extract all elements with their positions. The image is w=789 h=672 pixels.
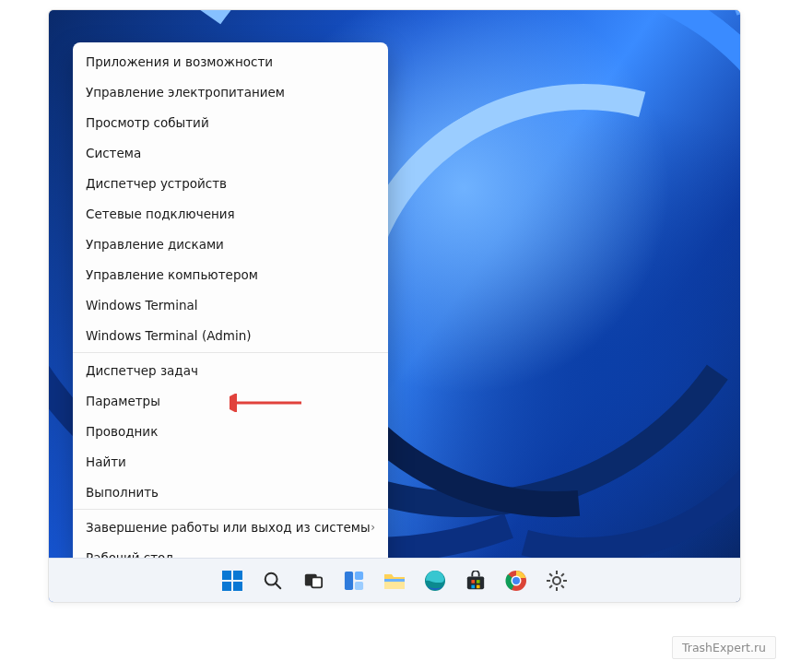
menu-item-disk-management[interactable]: Управление дисками <box>73 229 388 259</box>
taskbar-widgets-button[interactable] <box>337 564 371 597</box>
file-explorer-icon <box>383 571 406 591</box>
taskbar-file-explorer-button[interactable] <box>378 564 411 597</box>
menu-item-event-viewer[interactable]: Просмотр событий <box>73 107 388 137</box>
taskbar-search-button[interactable] <box>256 564 289 597</box>
menu-separator <box>73 509 388 510</box>
menu-item-settings[interactable]: Параметры <box>73 385 388 416</box>
winx-context-menu: Приложения и возможности Управление элек… <box>73 42 388 576</box>
svg-rect-10 <box>355 571 363 579</box>
taskbar-task-view-button[interactable] <box>297 564 330 597</box>
chrome-icon <box>505 570 527 592</box>
svg-rect-8 <box>312 577 322 587</box>
svg-line-30 <box>549 585 552 588</box>
svg-rect-3 <box>222 582 231 591</box>
watermark: TrashExpert.ru <box>672 636 776 659</box>
svg-rect-11 <box>355 581 363 589</box>
menu-item-label: Сетевые подключения <box>86 206 235 221</box>
menu-item-label: Выполнить <box>86 485 159 500</box>
menu-item-apps-features[interactable]: Приложения и возможности <box>73 46 388 77</box>
svg-rect-2 <box>233 571 242 580</box>
svg-line-6 <box>276 584 280 588</box>
menu-item-network-connections[interactable]: Сетевые подключения <box>73 198 388 229</box>
menu-item-computer-management[interactable]: Управление компьютером <box>73 259 388 289</box>
svg-point-23 <box>553 577 560 584</box>
svg-rect-18 <box>471 584 475 588</box>
windows-start-icon <box>222 571 242 591</box>
svg-rect-15 <box>467 576 484 589</box>
menu-item-label: Управление компьютером <box>86 267 258 282</box>
svg-line-28 <box>549 573 552 576</box>
menu-item-label: Windows Terminal (Admin) <box>86 328 251 343</box>
svg-point-22 <box>512 577 520 584</box>
widgets-icon <box>344 571 364 591</box>
menu-item-label: Параметры <box>86 394 160 408</box>
menu-item-label: Приложения и возможности <box>86 54 273 69</box>
taskbar-edge-button[interactable] <box>418 564 452 597</box>
menu-item-label: Windows Terminal <box>86 298 198 312</box>
menu-item-label: Управление дисками <box>86 237 224 252</box>
menu-item-shutdown-signout[interactable]: Завершение работы или выход из системы › <box>73 512 388 542</box>
menu-item-power-options[interactable]: Управление электропитанием <box>73 77 388 107</box>
search-icon <box>263 571 283 591</box>
edge-icon <box>424 570 446 592</box>
svg-line-29 <box>561 585 564 588</box>
menu-item-label: Завершение работы или выход из системы <box>86 520 371 535</box>
svg-rect-19 <box>477 584 480 588</box>
task-view-icon <box>303 571 324 591</box>
taskbar <box>49 558 740 602</box>
taskbar-store-button[interactable] <box>459 564 492 597</box>
menu-item-windows-terminal-admin[interactable]: Windows Terminal (Admin) <box>73 320 388 350</box>
svg-rect-17 <box>477 580 480 584</box>
menu-separator <box>73 352 388 353</box>
menu-item-device-manager[interactable]: Диспетчер устройств <box>73 168 388 198</box>
menu-item-label: Просмотр событий <box>86 115 209 130</box>
menu-item-label: Управление электропитанием <box>86 85 285 100</box>
menu-item-windows-terminal[interactable]: Windows Terminal <box>73 289 388 320</box>
taskbar-settings-button[interactable] <box>540 564 573 597</box>
gear-icon <box>546 570 568 592</box>
menu-item-label: Диспетчер задач <box>86 363 198 378</box>
menu-item-label: Система <box>86 146 141 160</box>
svg-rect-9 <box>345 571 353 589</box>
menu-item-system[interactable]: Система <box>73 137 388 168</box>
chevron-right-icon: › <box>371 521 375 534</box>
svg-rect-1 <box>222 571 231 580</box>
store-icon <box>465 571 486 591</box>
menu-item-label: Диспетчер устройств <box>86 176 227 191</box>
taskbar-start-button[interactable] <box>216 564 249 597</box>
svg-rect-4 <box>233 582 242 591</box>
svg-rect-13 <box>384 579 405 582</box>
menu-item-label: Найти <box>86 454 126 469</box>
menu-item-run[interactable]: Выполнить <box>73 477 388 507</box>
menu-item-file-explorer[interactable]: Проводник <box>73 416 388 446</box>
svg-rect-16 <box>471 580 475 584</box>
menu-item-label: Проводник <box>86 424 158 439</box>
menu-item-task-manager[interactable]: Диспетчер задач <box>73 355 388 385</box>
menu-item-search[interactable]: Найти <box>73 446 388 477</box>
desktop-frame: Приложения и возможности Управление элек… <box>48 9 741 603</box>
taskbar-chrome-button[interactable] <box>500 564 533 597</box>
svg-line-31 <box>561 573 564 576</box>
